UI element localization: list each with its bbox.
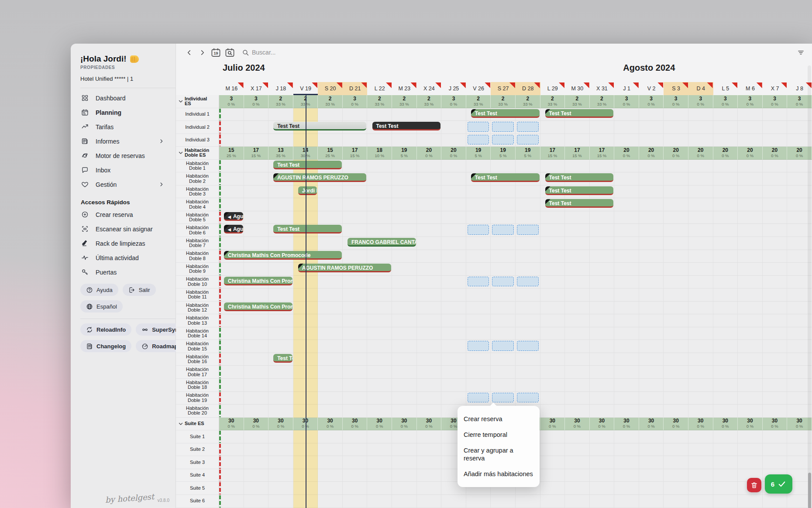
- day-cell[interactable]: [441, 224, 466, 237]
- room-label[interactable]: Habitación Doble 10: [176, 276, 219, 289]
- day-cell[interactable]: [688, 172, 713, 185]
- pill-changelog[interactable]: Changelog: [80, 340, 131, 352]
- day-cell[interactable]: [244, 392, 269, 405]
- day-cell[interactable]: [713, 185, 738, 199]
- day-cell[interactable]: [343, 314, 368, 327]
- sidebar-item-planning[interactable]: Planning: [71, 105, 175, 120]
- day-cell[interactable]: [417, 366, 442, 379]
- day-cell[interactable]: [343, 340, 368, 353]
- day-cell[interactable]: [565, 405, 590, 418]
- selected-day-cell[interactable]: [468, 341, 489, 351]
- vertical-scrollbar-track[interactable]: [808, 65, 811, 508]
- selected-day-cell[interactable]: [517, 341, 539, 351]
- day-cell[interactable]: [491, 353, 516, 366]
- day-cell[interactable]: [614, 392, 639, 405]
- day-cell[interactable]: [664, 276, 688, 289]
- day-cell[interactable]: [268, 263, 293, 276]
- day-cell[interactable]: [367, 353, 392, 366]
- day-cell[interactable]: [417, 224, 442, 237]
- day-cell[interactable]: [540, 211, 565, 224]
- day-cell[interactable]: [367, 160, 392, 173]
- context-menu-item-crear-y-agrupar-a-reserva[interactable]: Crear y agrupar a reserva: [458, 443, 540, 466]
- day-cell[interactable]: [664, 314, 688, 327]
- day-cell[interactable]: [688, 482, 713, 495]
- day-cell[interactable]: [639, 185, 664, 199]
- day-cell[interactable]: [763, 108, 788, 121]
- day-cell[interactable]: [318, 353, 343, 366]
- day-cell[interactable]: [343, 108, 368, 121]
- day-cell[interactable]: [244, 482, 269, 495]
- day-cell[interactable]: [343, 392, 368, 405]
- day-cell[interactable]: [763, 263, 788, 276]
- day-cell[interactable]: [392, 456, 417, 469]
- day-cell[interactable]: [614, 172, 639, 185]
- day-cell[interactable]: [219, 237, 244, 250]
- day-cell[interactable]: [244, 430, 269, 443]
- room-label[interactable]: Habitación Doble 18: [176, 379, 219, 392]
- day-cell[interactable]: [639, 224, 664, 237]
- day-cell[interactable]: [441, 314, 466, 327]
- day-cell[interactable]: [639, 121, 664, 134]
- day-cell[interactable]: [491, 302, 516, 315]
- day-cell[interactable]: [392, 198, 417, 211]
- day-cell[interactable]: [343, 430, 368, 443]
- day-cell[interactable]: [392, 392, 417, 405]
- day-cell[interactable]: [219, 456, 244, 469]
- selected-day-cell[interactable]: [468, 135, 489, 145]
- day-cell[interactable]: [318, 495, 343, 508]
- selected-day-cell[interactable]: [517, 135, 539, 145]
- day-cell[interactable]: [738, 353, 763, 366]
- day-cell[interactable]: [219, 366, 244, 379]
- day-cell[interactable]: [590, 121, 615, 134]
- room-label[interactable]: Suite 1: [176, 430, 219, 443]
- day-cell[interactable]: [664, 250, 688, 263]
- day-cell[interactable]: [318, 392, 343, 405]
- day-cell[interactable]: [392, 340, 417, 353]
- day-cell[interactable]: [219, 314, 244, 327]
- day-cell[interactable]: [664, 198, 688, 211]
- day-cell[interactable]: [491, 185, 516, 199]
- day-cell[interactable]: [639, 353, 664, 366]
- day-cell[interactable]: [565, 160, 590, 173]
- day-cell[interactable]: [343, 288, 368, 302]
- day-header-m-23[interactable]: M 23: [392, 82, 417, 95]
- context-menu-item-anadir-mas-habitaciones[interactable]: Añadir más habitaciones: [458, 466, 540, 482]
- day-header-l-5[interactable]: L 5: [713, 82, 738, 95]
- calendar-date-button[interactable]: 19: [210, 47, 221, 58]
- day-cell[interactable]: [713, 405, 738, 418]
- day-cell[interactable]: [688, 224, 713, 237]
- day-cell[interactable]: [244, 340, 269, 353]
- day-cell[interactable]: [713, 340, 738, 353]
- day-cell[interactable]: [614, 288, 639, 302]
- day-cell[interactable]: [219, 288, 244, 302]
- day-cell[interactable]: [639, 366, 664, 379]
- group-row-individual-es[interactable]: Individual ES30 %30 %233 %233 %233 %30 %…: [176, 95, 812, 108]
- day-cell[interactable]: [392, 276, 417, 289]
- day-cell[interactable]: [664, 263, 688, 276]
- day-cell[interactable]: [713, 211, 738, 224]
- day-cell[interactable]: [244, 443, 269, 457]
- day-cell[interactable]: [441, 366, 466, 379]
- room-label[interactable]: Individual 1: [176, 108, 219, 121]
- day-cell[interactable]: [392, 302, 417, 315]
- day-cell[interactable]: [491, 379, 516, 392]
- day-cell[interactable]: [244, 456, 269, 469]
- reservation-bar-test-test[interactable]: Test Test: [545, 199, 614, 208]
- day-cell[interactable]: [713, 237, 738, 250]
- day-cell[interactable]: [639, 198, 664, 211]
- day-cell[interactable]: [268, 108, 293, 121]
- day-cell[interactable]: [590, 353, 615, 366]
- day-cell[interactable]: [614, 314, 639, 327]
- day-cell[interactable]: [367, 250, 392, 263]
- filter-icon[interactable]: [795, 47, 806, 58]
- day-cell[interactable]: [664, 327, 688, 340]
- day-cell[interactable]: [614, 302, 639, 315]
- day-cell[interactable]: [664, 185, 688, 199]
- day-header-x-24[interactable]: X 24: [417, 82, 442, 95]
- day-cell[interactable]: [614, 276, 639, 289]
- day-cell[interactable]: [590, 443, 615, 457]
- sidebar-item-informes[interactable]: Informes: [71, 134, 175, 148]
- day-cell[interactable]: [664, 108, 688, 121]
- day-cell[interactable]: [466, 327, 491, 340]
- room-label[interactable]: Habitación Doble 15: [176, 340, 219, 353]
